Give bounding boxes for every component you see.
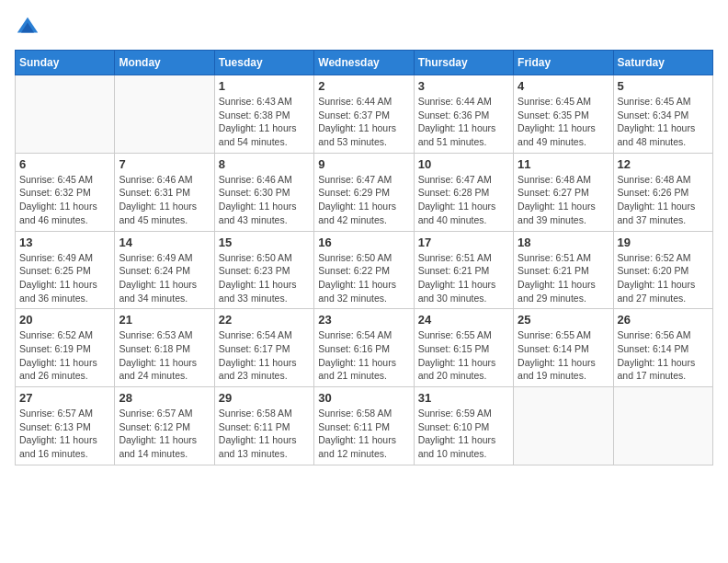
calendar-table: SundayMondayTuesdayWednesdayThursdayFrid… [15,50,713,465]
calendar-cell: 5Sunrise: 6:45 AMSunset: 6:34 PMDaylight… [613,75,712,154]
day-number: 30 [318,391,409,405]
calendar-cell: 28Sunrise: 6:57 AMSunset: 6:12 PMDayligh… [115,387,214,465]
calendar-cell: 13Sunrise: 6:49 AMSunset: 6:25 PMDayligh… [16,231,115,309]
day-info: Sunrise: 6:51 AMSunset: 6:21 PMDaylight:… [418,251,509,305]
day-info: Sunrise: 6:59 AMSunset: 6:10 PMDaylight:… [418,407,509,461]
calendar-cell: 30Sunrise: 6:58 AMSunset: 6:11 PMDayligh… [314,387,414,465]
day-info: Sunrise: 6:45 AMSunset: 6:32 PMDaylight:… [19,173,110,227]
day-info: Sunrise: 6:55 AMSunset: 6:15 PMDaylight:… [418,328,509,383]
calendar-cell [16,75,115,154]
calendar-cell: 29Sunrise: 6:58 AMSunset: 6:11 PMDayligh… [214,387,313,465]
day-number: 26 [618,313,709,327]
day-number: 8 [219,157,310,171]
day-info: Sunrise: 6:47 AMSunset: 6:29 PMDaylight:… [318,173,409,227]
day-number: 6 [19,157,110,171]
day-info: Sunrise: 6:57 AMSunset: 6:12 PMDaylight:… [119,407,210,461]
calendar-week-row: 27Sunrise: 6:57 AMSunset: 6:13 PMDayligh… [16,387,713,465]
page-header [15,15,713,40]
day-info: Sunrise: 6:49 AMSunset: 6:24 PMDaylight:… [119,251,210,305]
day-number: 25 [518,313,609,327]
day-info: Sunrise: 6:57 AMSunset: 6:13 PMDaylight:… [19,407,110,461]
calendar-cell: 21Sunrise: 6:53 AMSunset: 6:18 PMDayligh… [115,309,214,387]
calendar-cell: 9Sunrise: 6:47 AMSunset: 6:29 PMDaylight… [314,153,414,231]
day-info: Sunrise: 6:52 AMSunset: 6:19 PMDaylight:… [19,328,110,383]
calendar-header-thursday: Thursday [414,51,513,75]
day-info: Sunrise: 6:56 AMSunset: 6:14 PMDaylight:… [618,328,709,383]
calendar-header-row: SundayMondayTuesdayWednesdayThursdayFrid… [16,51,713,75]
day-info: Sunrise: 6:44 AMSunset: 6:37 PMDaylight:… [318,95,409,149]
day-info: Sunrise: 6:49 AMSunset: 6:25 PMDaylight:… [19,251,110,305]
day-number: 24 [418,313,509,327]
calendar-cell: 17Sunrise: 6:51 AMSunset: 6:21 PMDayligh… [414,231,513,309]
calendar-cell: 1Sunrise: 6:43 AMSunset: 6:38 PMDaylight… [214,75,313,154]
day-info: Sunrise: 6:54 AMSunset: 6:16 PMDaylight:… [318,328,409,383]
calendar-cell: 4Sunrise: 6:45 AMSunset: 6:35 PMDaylight… [514,75,613,154]
day-info: Sunrise: 6:48 AMSunset: 6:26 PMDaylight:… [618,173,709,227]
day-info: Sunrise: 6:50 AMSunset: 6:22 PMDaylight:… [318,251,409,305]
day-number: 13 [19,236,110,249]
day-info: Sunrise: 6:45 AMSunset: 6:35 PMDaylight:… [518,95,609,149]
day-info: Sunrise: 6:53 AMSunset: 6:18 PMDaylight:… [119,328,210,383]
calendar-cell: 20Sunrise: 6:52 AMSunset: 6:19 PMDayligh… [16,309,115,387]
day-number: 28 [119,391,210,405]
day-info: Sunrise: 6:44 AMSunset: 6:36 PMDaylight:… [418,95,509,149]
day-number: 9 [318,157,409,171]
day-info: Sunrise: 6:46 AMSunset: 6:31 PMDaylight:… [119,173,210,227]
day-number: 10 [418,157,509,171]
calendar-cell: 14Sunrise: 6:49 AMSunset: 6:24 PMDayligh… [115,231,214,309]
calendar-cell: 8Sunrise: 6:46 AMSunset: 6:30 PMDaylight… [214,153,313,231]
logo-icon [15,15,40,40]
day-info: Sunrise: 6:58 AMSunset: 6:11 PMDaylight:… [318,407,409,461]
day-number: 3 [418,79,509,93]
day-number: 4 [518,79,609,93]
day-info: Sunrise: 6:55 AMSunset: 6:14 PMDaylight:… [518,328,609,383]
calendar-cell: 22Sunrise: 6:54 AMSunset: 6:17 PMDayligh… [214,309,313,387]
day-info: Sunrise: 6:51 AMSunset: 6:21 PMDaylight:… [518,251,609,305]
day-info: Sunrise: 6:54 AMSunset: 6:17 PMDaylight:… [219,328,310,383]
calendar-cell: 27Sunrise: 6:57 AMSunset: 6:13 PMDayligh… [16,387,115,465]
day-number: 15 [219,236,310,249]
day-number: 1 [219,79,310,93]
day-number: 20 [19,313,110,327]
calendar-cell: 10Sunrise: 6:47 AMSunset: 6:28 PMDayligh… [414,153,513,231]
day-number: 31 [418,391,509,405]
calendar-cell: 7Sunrise: 6:46 AMSunset: 6:31 PMDaylight… [115,153,214,231]
calendar-header-wednesday: Wednesday [314,51,414,75]
day-number: 7 [119,157,210,171]
calendar-cell: 31Sunrise: 6:59 AMSunset: 6:10 PMDayligh… [414,387,513,465]
day-info: Sunrise: 6:52 AMSunset: 6:20 PMDaylight:… [618,251,709,305]
day-number: 12 [618,157,709,171]
calendar-header-friday: Friday [514,51,613,75]
calendar-cell: 19Sunrise: 6:52 AMSunset: 6:20 PMDayligh… [613,231,712,309]
day-number: 2 [318,79,409,93]
day-info: Sunrise: 6:46 AMSunset: 6:30 PMDaylight:… [219,173,310,227]
calendar-cell: 16Sunrise: 6:50 AMSunset: 6:22 PMDayligh… [314,231,414,309]
day-number: 18 [518,236,609,249]
calendar-cell: 25Sunrise: 6:55 AMSunset: 6:14 PMDayligh… [514,309,613,387]
day-number: 19 [618,236,709,249]
calendar-week-row: 20Sunrise: 6:52 AMSunset: 6:19 PMDayligh… [16,309,713,387]
day-info: Sunrise: 6:50 AMSunset: 6:23 PMDaylight:… [219,251,310,305]
calendar-header-tuesday: Tuesday [214,51,313,75]
day-info: Sunrise: 6:43 AMSunset: 6:38 PMDaylight:… [219,95,310,149]
calendar-cell: 2Sunrise: 6:44 AMSunset: 6:37 PMDaylight… [314,75,414,154]
calendar-cell: 12Sunrise: 6:48 AMSunset: 6:26 PMDayligh… [613,153,712,231]
calendar-cell: 18Sunrise: 6:51 AMSunset: 6:21 PMDayligh… [514,231,613,309]
day-number: 5 [618,79,709,93]
day-number: 17 [418,236,509,249]
calendar-cell: 15Sunrise: 6:50 AMSunset: 6:23 PMDayligh… [214,231,313,309]
calendar-header-saturday: Saturday [613,51,712,75]
calendar-cell: 6Sunrise: 6:45 AMSunset: 6:32 PMDaylight… [16,153,115,231]
day-info: Sunrise: 6:58 AMSunset: 6:11 PMDaylight:… [219,407,310,461]
calendar-cell [115,75,214,154]
calendar-week-row: 6Sunrise: 6:45 AMSunset: 6:32 PMDaylight… [16,153,713,231]
day-number: 27 [19,391,110,405]
calendar-header-sunday: Sunday [16,51,115,75]
calendar-cell [514,387,613,465]
calendar-cell [613,387,712,465]
calendar-cell: 11Sunrise: 6:48 AMSunset: 6:27 PMDayligh… [514,153,613,231]
day-number: 21 [119,313,210,327]
day-info: Sunrise: 6:47 AMSunset: 6:28 PMDaylight:… [418,173,509,227]
day-number: 22 [219,313,310,327]
day-number: 23 [318,313,409,327]
